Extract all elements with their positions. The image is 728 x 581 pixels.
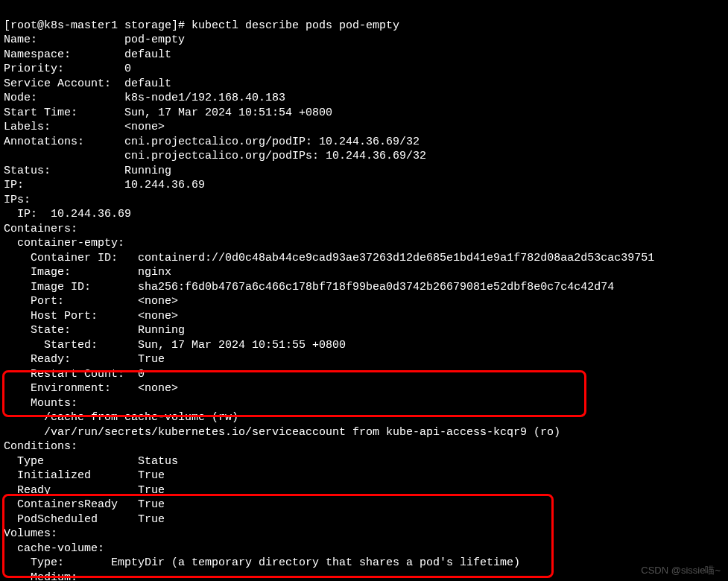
field-annotations-2: cni.projectcalico.org/podIPs: 10.244.36.… [4,150,426,162]
container-name: container-empty: [4,237,124,250]
field-ready: Ready: True [4,353,165,366]
cond-initialized: Initialized True [4,469,165,482]
field-ips: IPs: [4,194,31,206]
field-priority: Priority: 0 [4,63,131,75]
field-started: Started: Sun, 17 Mar 2024 10:51:55 +0800 [4,339,346,352]
field-status: Status: Running [4,165,171,177]
field-containers: Containers: [4,223,77,235]
field-container-id: Container ID: containerd://0d0c48ab44ce9… [4,252,654,264]
field-host-port: Host Port: <none> [4,310,178,323]
field-image: Image: nginx [4,266,171,279]
field-node: Node: k8s-node1/192.168.40.183 [4,92,285,104]
field-conditions: Conditions: [4,440,77,453]
field-annotations: Annotations: cni.projectcalico.org/podIP… [4,136,420,148]
field-port: Port: <none> [4,295,178,308]
field-state: State: Running [4,324,185,337]
field-start-time: Start Time: Sun, 17 Mar 2024 10:51:54 +0… [4,107,332,119]
command-prompt: [root@k8s-master1 storage]# kubectl desc… [4,19,399,32]
field-name: Name: pod-empty [4,34,185,46]
watermark: CSDN @sissie喵~ [641,565,721,577]
mount-entry-2: /var/run/secrets/kubernetes.io/serviceac… [4,426,560,439]
highlight-volumes [2,494,554,578]
field-ips-entry: IP: 10.244.36.69 [4,208,131,220]
field-namespace: Namespace: default [4,48,171,61]
field-labels: Labels: <none> [4,121,165,133]
field-ip: IP: 10.244.36.69 [4,179,205,191]
highlight-mounts [2,370,586,417]
field-image-id: Image ID: sha256:f6d0b4767a6c466c178bf71… [4,281,614,293]
field-service-account: Service Account: default [4,77,171,90]
conditions-header: Type Status [4,455,178,468]
